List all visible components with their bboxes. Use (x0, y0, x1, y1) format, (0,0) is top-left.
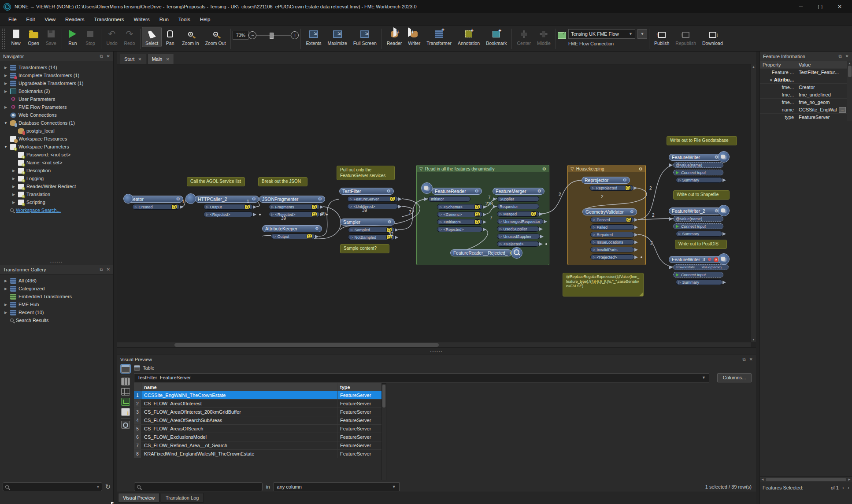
gallery-item-embedded[interactable]: Embedded Transformers (0, 293, 113, 300)
sidebar-item-fme-flow-parameters[interactable]: ▶⚙FME Flow Parameters (0, 103, 113, 111)
gear-icon[interactable]: ⚙ (630, 210, 634, 214)
sidebar-item-user-parameters[interactable]: ⚙User Parameters (0, 95, 113, 103)
add-transformer-button[interactable]: Transformer (423, 27, 455, 47)
port-geometryvalidator-failed[interactable]: ▷Failed (590, 224, 634, 230)
sidebar-item-database-connections[interactable]: ▼Database Connections (1) (0, 119, 113, 127)
float-panel-icon[interactable]: ⧉ (100, 267, 103, 272)
menu-file[interactable]: File (4, 15, 21, 24)
port-featuremerger-unusedsupplier[interactable]: ▷UnusedSupplier (497, 233, 540, 239)
table-header-row[interactable]: nametype (134, 383, 382, 391)
previous-feature-button[interactable]: ‹ (842, 485, 844, 491)
port-featurereader-initiator[interactable]: Initiator (428, 196, 470, 202)
canvas-horizontal-scrollbar[interactable] (117, 342, 751, 347)
close-icon[interactable]: ✕ (138, 57, 141, 62)
sidebar-splitter[interactable]: •••••• (0, 259, 113, 265)
gear-icon[interactable]: ⚙ (252, 197, 256, 201)
port-featurewriter-connect-input[interactable]: Connect Input (673, 170, 723, 175)
close-panel-icon[interactable]: ✕ (107, 54, 110, 59)
close-panel-icon[interactable]: ✕ (107, 267, 110, 272)
node-geometryvalidator[interactable]: GeometryValidator⚙ (582, 208, 637, 215)
gear-icon[interactable]: ⚙ (388, 220, 392, 224)
port-jsonfragmenter-fragments[interactable]: ▷Fragments (269, 204, 320, 210)
menu-tools[interactable]: Tools (174, 15, 194, 24)
port-creator-created[interactable]: ▷Created (132, 204, 180, 210)
feature-info-row[interactable]: fme...fme_undefined (760, 91, 847, 99)
select-tool-button[interactable]: Select (142, 27, 161, 47)
port-geometryvalidator-repaired[interactable]: ▷Repaired (590, 232, 634, 237)
annotation-json[interactable]: Break out the JSON (258, 177, 307, 186)
menu-view[interactable]: View (41, 15, 59, 24)
toolbar-grip[interactable] (2, 28, 6, 49)
maximize-button[interactable]: ▢ (811, 1, 829, 12)
table-row[interactable]: 7CS_FLOW_Refined_Area__of_SearchFeatureS… (134, 441, 382, 450)
table-row[interactable]: 2CS_FLOW_AreaOfInterestFeatureServer (134, 400, 382, 408)
inspect-icon[interactable] (625, 185, 631, 190)
port-geometryvalidator-passed[interactable]: ▷Passed (590, 217, 634, 222)
inspect-icon[interactable] (311, 212, 317, 217)
port-featurereader-rejected[interactable]: ▷<Rejected> (437, 226, 483, 232)
port-featuremerger-unmergedrequestor[interactable]: ▷UnmergedRequestor (497, 219, 544, 224)
table-row[interactable]: 3CS_FLOW_AreaOfInterest_200kmGridBufferF… (134, 408, 382, 416)
port-featurewriter2-value-name[interactable]: @Value(name) (673, 216, 723, 222)
inspect-icon[interactable] (307, 234, 312, 239)
inspector-magnifier-icon[interactable] (511, 247, 522, 259)
annotation-gdb[interactable]: Write out to File Geodatabase (667, 136, 737, 145)
gallery-item-fme-hub[interactable]: ▶FME Hub (0, 300, 113, 308)
httpcaller-icon[interactable] (185, 193, 196, 204)
inspect-icon[interactable] (531, 211, 537, 216)
columns-view-button[interactable] (121, 378, 130, 385)
grid-view-button[interactable] (121, 388, 130, 396)
inspect-icon[interactable] (311, 204, 317, 209)
zoom-level-field[interactable]: 73% (233, 31, 248, 40)
scrollbar-thumb[interactable] (382, 385, 385, 408)
gallery-item-recent[interactable]: ▶Recent (10) (0, 308, 113, 316)
port-attributekeeper-output[interactable]: ▷Output (271, 233, 315, 239)
feature-info-row[interactable]: Feature ...TestFilter_Featur... (760, 69, 847, 76)
scrollbar-thumb[interactable] (766, 478, 846, 481)
refresh-button[interactable]: ↻ (105, 483, 111, 491)
zoom-slider-thumb[interactable] (270, 33, 274, 39)
inspect-icon[interactable] (171, 204, 177, 209)
featurereader-icon[interactable] (421, 182, 433, 194)
node-featurewriter3[interactable]: FeatureWriter_3⚙✕ (669, 256, 722, 263)
sidebar-item-description[interactable]: ▶Description (0, 167, 113, 174)
port-featuremerger-requestor[interactable]: Requestor (497, 204, 539, 209)
float-panel-icon[interactable]: ⧉ (100, 54, 103, 59)
scrollbar-thumb[interactable] (174, 343, 439, 347)
feature-info-horizontal-scrollbar[interactable]: ◄► (760, 476, 852, 482)
feature-info-vertical-scrollbar[interactable]: ▲ (847, 61, 852, 121)
pan-tool-button[interactable]: Pan (161, 27, 179, 47)
gear-icon-incomplete[interactable]: ⚙ (708, 257, 711, 262)
inspect-icon[interactable] (474, 219, 480, 224)
right-splitter[interactable] (756, 52, 759, 504)
fme-flow-extra-dropdown[interactable]: ▼ (637, 29, 647, 39)
port-featurewriter3-connect-input[interactable]: Connect Input (673, 272, 723, 278)
add-writer-button[interactable]: Writer (405, 27, 423, 47)
close-panel-icon[interactable]: ✕ (749, 357, 753, 362)
feature-info-row[interactable]: typeFeatureServer (760, 114, 847, 121)
float-panel-icon[interactable]: ⧉ (838, 54, 841, 59)
tab-translation-log[interactable]: Translation Log (161, 493, 204, 503)
feature-type-select[interactable]: TestFilter_FeatureServer▼ (134, 373, 709, 382)
feature-info-row-group[interactable]: ▼ Attribu... (760, 76, 847, 84)
scrollbar-thumb[interactable] (848, 66, 852, 77)
port-featurereader-initiator-out[interactable]: ▷<Initiator> (437, 219, 483, 225)
republish-button[interactable]: Republish (672, 27, 699, 47)
featurewriter3-icon[interactable] (718, 253, 730, 265)
sidebar-item-workspace-search[interactable]: Workspace Search... (0, 206, 113, 214)
menu-help[interactable]: Help (196, 15, 215, 24)
featurewriter2-icon[interactable] (718, 205, 730, 216)
inspect-icon[interactable] (244, 204, 250, 209)
port-featurewriter3-summary[interactable]: ▷Summary (676, 279, 722, 285)
full-screen-button[interactable]: Full Screen (350, 27, 380, 47)
close-button[interactable]: ✕ (831, 1, 848, 12)
inspect-icon[interactable] (474, 204, 480, 209)
zoom-decrease-button[interactable]: − (248, 31, 256, 39)
table-row[interactable]: 6CS_FLOW_ExclusionsModelFeatureServer (134, 433, 382, 441)
menu-writers[interactable]: Writers (130, 15, 154, 24)
sidebar-item-password[interactable]: Password: <not set> (0, 151, 113, 159)
tab-main[interactable]: Main✕ (148, 54, 174, 64)
gallery-search-input[interactable]: ▼ (3, 482, 102, 491)
new-button[interactable]: New (7, 27, 25, 47)
feature-information-button[interactable] (121, 408, 130, 416)
